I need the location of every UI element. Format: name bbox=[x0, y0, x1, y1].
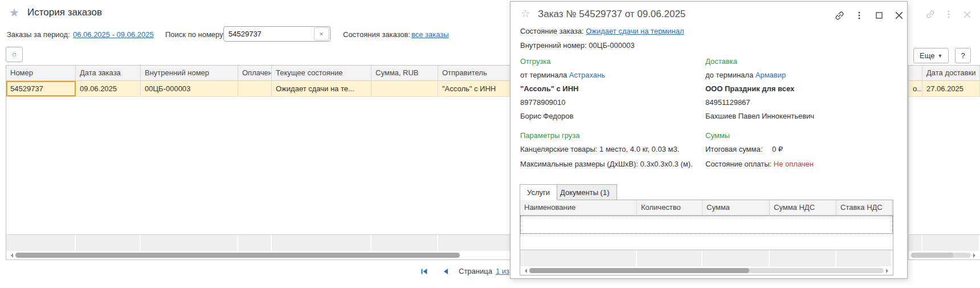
scroll-left-icon[interactable] bbox=[9, 253, 13, 258]
dialog-title: Заказ № 54529737 от 09.06.2025 bbox=[538, 9, 685, 20]
sender-org: "Ассоль" с ИНН bbox=[520, 84, 578, 93]
maximize-icon[interactable] bbox=[874, 10, 884, 21]
table-cell[interactable]: о... bbox=[909, 81, 922, 96]
close-icon[interactable] bbox=[962, 9, 972, 19]
delivery-terminal-line: до терминала Армавир bbox=[705, 71, 786, 79]
tab-services[interactable]: Услуги bbox=[520, 184, 557, 200]
link-icon[interactable] bbox=[925, 9, 936, 19]
help-button-label: ? bbox=[961, 51, 965, 60]
shipping-terminal-line: от терминала Астрахань bbox=[520, 71, 605, 79]
table-cell[interactable]: 54529737 bbox=[6, 81, 76, 96]
more-menu-icon[interactable] bbox=[854, 10, 864, 21]
table-cell[interactable]: 09.06.2025 bbox=[76, 81, 141, 96]
states-link[interactable]: все заказы bbox=[411, 30, 449, 39]
footer-cell bbox=[141, 235, 238, 251]
orders-table-selected-row-right[interactable]: о...27.06.2025 bbox=[909, 81, 980, 97]
refresh-icon bbox=[12, 50, 17, 59]
header-cell[interactable]: Ставка НДС bbox=[836, 200, 892, 215]
main-window-controls bbox=[925, 9, 972, 19]
favorite-star-icon[interactable]: ★ bbox=[9, 6, 19, 19]
header-cell[interactable]: Внутренний номер bbox=[141, 66, 238, 80]
more-button[interactable]: Еще ▼ bbox=[913, 48, 949, 63]
internal-number-label: Внутренний номер: bbox=[520, 41, 587, 50]
more-menu-icon[interactable] bbox=[944, 9, 954, 19]
header-cell[interactable]: Наименование bbox=[520, 200, 637, 215]
footer-cell bbox=[76, 235, 141, 251]
shipping-header: Отгрузка bbox=[520, 57, 551, 66]
close-icon[interactable] bbox=[894, 10, 904, 21]
header-cell[interactable]: Сумма, RUB bbox=[371, 66, 438, 80]
total-sum-value: 0 ₽ bbox=[772, 145, 783, 153]
header-cell[interactable]: Дата заказа bbox=[76, 66, 141, 80]
pagination-page-link[interactable]: 1 из bbox=[496, 267, 509, 275]
order-state-line: Состояние заказа: Ожидает сдачи на терми… bbox=[520, 27, 684, 35]
search-input[interactable] bbox=[224, 30, 313, 38]
pagination-label: Страница bbox=[459, 267, 492, 275]
header-cell[interactable]: Оплачен bbox=[238, 66, 272, 80]
header-cell[interactable]: Номер bbox=[6, 66, 76, 80]
table-cell[interactable] bbox=[371, 81, 438, 96]
scrollbar-thumb[interactable] bbox=[911, 253, 953, 258]
sender-phone: 89778909010 bbox=[520, 98, 566, 107]
delivery-header: Доставка bbox=[705, 57, 737, 66]
previous-page-icon[interactable] bbox=[443, 268, 448, 275]
tab-documents[interactable]: Документы (1) bbox=[553, 184, 617, 200]
scrollbar-thumb[interactable] bbox=[15, 253, 460, 258]
order-state-link[interactable]: Ожидает сдачи на терминал bbox=[586, 27, 684, 35]
table-cell[interactable] bbox=[238, 81, 272, 96]
link-icon[interactable] bbox=[834, 10, 844, 21]
header-cell[interactable]: Сумма bbox=[703, 200, 770, 215]
table-cell[interactable]: Ожидает сдачи на те... bbox=[272, 81, 371, 96]
clear-search-icon[interactable]: × bbox=[314, 27, 329, 40]
services-table-hscrollbar[interactable] bbox=[520, 266, 893, 275]
favorite-star-outline-icon[interactable]: ☆ bbox=[521, 7, 530, 20]
payment-state-label: Состояние оплаты: bbox=[705, 160, 771, 168]
scroll-right-icon[interactable] bbox=[973, 253, 978, 258]
footer-cell bbox=[836, 250, 892, 266]
total-sum-line: Итоговая сумма: 0 ₽ bbox=[705, 145, 876, 153]
more-button-label: Еще bbox=[920, 51, 934, 60]
scrollbar-thumb[interactable] bbox=[529, 268, 749, 273]
help-button[interactable]: ? bbox=[955, 48, 971, 63]
table-cell[interactable]: 27.06.2025 bbox=[922, 81, 980, 96]
header-cell[interactable]: Количество bbox=[637, 200, 703, 215]
services-table-header: НаименованиеКоличествоСуммаСумма НДССтав… bbox=[520, 200, 893, 216]
page-title: История заказов bbox=[27, 7, 102, 18]
recipient-phone: 84951129867 bbox=[705, 98, 750, 107]
footer-cell bbox=[520, 250, 637, 266]
footer-cell bbox=[238, 235, 272, 251]
scroll-left-icon[interactable] bbox=[522, 269, 527, 273]
footer-cell bbox=[637, 250, 703, 266]
services-table-empty-row[interactable] bbox=[520, 234, 893, 250]
header-cell[interactable] bbox=[909, 66, 922, 80]
orders-table-empty-area-right[interactable] bbox=[909, 97, 980, 234]
internal-number-line: Внутренний номер: 00ЦБ-000003 bbox=[520, 41, 635, 50]
header-cell[interactable]: Текущее состояние bbox=[272, 66, 371, 80]
refresh-button[interactable] bbox=[6, 47, 23, 62]
orders-table-header-right: Дата доставки bbox=[909, 66, 980, 81]
order-dialog: ☆ Заказ № 54529737 от 09.06.2025 Состоян… bbox=[510, 1, 908, 279]
footer-cell bbox=[703, 250, 770, 266]
delivery-terminal-link[interactable]: Армавир bbox=[756, 71, 786, 79]
first-page-icon[interactable] bbox=[420, 268, 428, 275]
header-cell[interactable]: Дата доставки bbox=[922, 66, 980, 80]
period-link[interactable]: 06.06.2025 - 09.06.2025 bbox=[73, 30, 154, 39]
table-cell[interactable]: 00ЦБ-000003 bbox=[141, 81, 238, 96]
services-table-focused-empty-row[interactable] bbox=[520, 216, 893, 234]
header-cell[interactable]: Сумма НДС bbox=[770, 200, 836, 215]
chevron-down-icon: ▼ bbox=[937, 53, 942, 59]
shipping-terminal-link[interactable]: Астрахань bbox=[569, 71, 605, 79]
states-label: Состояния заказов: bbox=[343, 30, 410, 39]
footer-cell bbox=[272, 235, 371, 251]
cargo-line2: Максимальные размеры (ДхШхВ): 0.3х0.3х0.… bbox=[520, 160, 693, 168]
orders-right-hscrollbar[interactable] bbox=[909, 251, 980, 259]
app-window: ★ История заказов Заказы за период: 06.0… bbox=[0, 0, 980, 288]
pagination: Страница 1 из bbox=[420, 267, 509, 275]
search-input-wrap: × bbox=[223, 26, 330, 42]
search-label: Поиск по номеру: bbox=[165, 30, 225, 39]
payment-state-value: Не оплачен bbox=[774, 160, 814, 168]
dialog-window-controls bbox=[834, 10, 904, 21]
footer-cell bbox=[922, 235, 980, 251]
scroll-right-icon[interactable] bbox=[886, 269, 891, 273]
sender-contact: Борис Федоров bbox=[520, 112, 573, 120]
